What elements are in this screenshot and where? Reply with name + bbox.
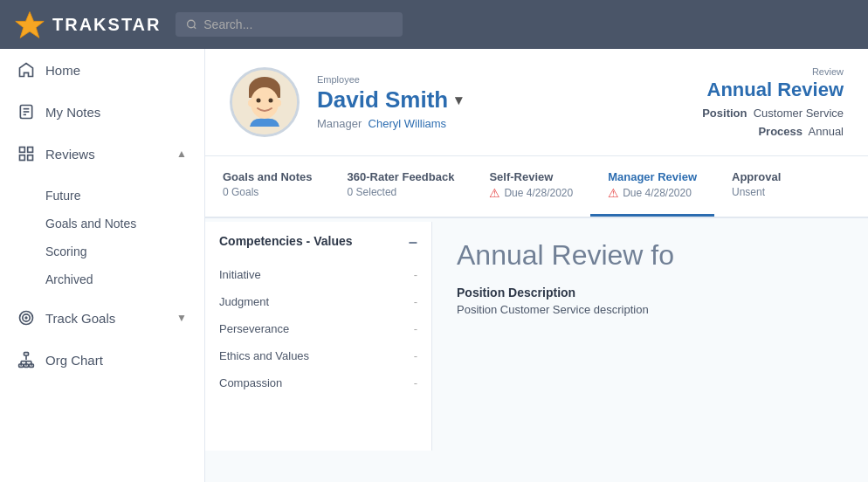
tab-self-review[interactable]: Self-Review ⚠ Due 4/28/2020 <box>472 156 590 217</box>
svg-rect-8 <box>28 148 33 153</box>
sidebar-item-goals-and-notes[interactable]: Goals and Notes <box>45 210 204 238</box>
sidebar-item-track-goals[interactable]: Track Goals ▼ <box>0 297 204 339</box>
avatar <box>230 67 300 137</box>
tab-label: Goals and Notes <box>223 170 313 183</box>
content-area: Competencies - Values − Initiative - Jud… <box>205 218 868 451</box>
chevron-down-icon: ▼ <box>176 312 187 324</box>
top-nav: TRAKSTAR <box>0 0 868 49</box>
warning-icon: ⚠ <box>489 186 500 200</box>
comp-section-header: Competencies - Values − <box>205 222 431 261</box>
employee-name: David Smith ▾ <box>317 86 651 114</box>
employee-header: Employee David Smith ▾ Manager Cheryl Wi… <box>205 49 868 156</box>
review-position: Position Customer Service <box>669 107 844 120</box>
sidebar-item-future[interactable]: Future <box>45 182 204 210</box>
review-info: Review Annual Review Position Customer S… <box>669 66 844 138</box>
app-layout: Home My Notes Reviews ▲ Future Goals and… <box>0 49 868 482</box>
sidebar-item-label: My Notes <box>45 105 100 120</box>
review-label: Review <box>669 66 844 77</box>
tab-label: 360-Rater Feedback <box>348 170 455 183</box>
track-goals-icon <box>17 309 35 327</box>
sidebar-item-label: Reviews <box>45 147 95 162</box>
tab-approval[interactable]: Approval Unsent <box>714 156 819 217</box>
tab-label: Approval <box>732 170 802 183</box>
manager-name-link[interactable]: Cheryl Williams <box>369 117 447 130</box>
reviews-icon <box>17 145 35 162</box>
review-content-title: Annual Review fo <box>457 239 844 272</box>
review-content-panel: Annual Review fo Position Description Po… <box>432 218 868 451</box>
tab-sub: ⚠ Due 4/28/2020 <box>608 186 697 200</box>
tabs-bar: Goals and Notes 0 Goals 360-Rater Feedba… <box>205 156 868 218</box>
svg-rect-7 <box>20 148 25 153</box>
sidebar-item-home[interactable]: Home <box>0 49 204 91</box>
position-desc-label: Position Description <box>457 286 844 300</box>
position-desc-value: Position Customer Service description <box>457 303 844 316</box>
chevron-up-icon: ▲ <box>176 148 187 160</box>
comp-section-title: Competencies - Values <box>219 234 353 252</box>
comp-item-initiative[interactable]: Initiative - <box>205 261 431 288</box>
sidebar-sub-reviews: Future Goals and Notes Scoring Archived <box>0 175 204 297</box>
tab-goals-notes[interactable]: Goals and Notes 0 Goals <box>205 156 330 217</box>
tab-sub: ⚠ Due 4/28/2020 <box>489 186 573 200</box>
svg-point-27 <box>257 99 261 103</box>
svg-point-30 <box>276 100 281 107</box>
warning-icon: ⚠ <box>608 186 619 200</box>
home-icon <box>17 61 35 79</box>
logo: TRAKSTAR <box>14 9 162 40</box>
search-input[interactable] <box>203 17 391 31</box>
comp-item-perseverance[interactable]: Perseverance - <box>205 315 431 342</box>
sidebar: Home My Notes Reviews ▲ Future Goals and… <box>0 49 205 482</box>
tab-sub: 0 Goals <box>223 186 313 198</box>
svg-marker-0 <box>16 12 44 38</box>
competencies-panel: Competencies - Values − Initiative - Jud… <box>205 222 432 451</box>
tab-sub: 0 Selected <box>348 186 455 198</box>
svg-point-28 <box>269 99 273 103</box>
search-icon <box>186 18 197 31</box>
sidebar-item-my-notes[interactable]: My Notes <box>0 91 204 133</box>
unsent-badge: Unsent <box>732 186 765 198</box>
svg-rect-14 <box>24 353 29 355</box>
tab-label: Manager Review <box>608 170 697 183</box>
comp-item-compassion[interactable]: Compassion - <box>205 369 431 396</box>
comp-item-ethics[interactable]: Ethics and Values - <box>205 342 431 369</box>
employee-label: Employee <box>317 74 651 85</box>
sidebar-item-label: Home <box>45 63 80 78</box>
svg-point-26 <box>251 87 279 119</box>
comp-collapse-button[interactable]: − <box>408 234 417 252</box>
svg-point-13 <box>25 317 27 319</box>
notes-icon <box>17 103 35 120</box>
svg-rect-10 <box>28 155 33 161</box>
sidebar-item-label: Org Chart <box>45 353 103 368</box>
sidebar-item-archived[interactable]: Archived <box>45 265 204 293</box>
main-content: Employee David Smith ▾ Manager Cheryl Wi… <box>205 49 868 482</box>
tab-label: Self-Review <box>489 170 573 183</box>
review-title: Annual Review <box>669 79 844 101</box>
svg-point-1 <box>187 20 195 28</box>
app-name: TRAKSTAR <box>52 15 162 35</box>
comp-item-judgment[interactable]: Judgment - <box>205 288 431 315</box>
org-chart-icon <box>17 351 35 368</box>
manager-line: Manager Cheryl Williams <box>317 117 651 130</box>
review-process: Process Annual <box>669 125 844 138</box>
search-bar[interactable] <box>176 12 403 37</box>
sidebar-item-reviews[interactable]: Reviews ▲ <box>0 133 204 175</box>
svg-point-29 <box>248 100 253 107</box>
employee-dropdown-icon[interactable]: ▾ <box>455 92 462 108</box>
logo-star-icon <box>14 9 45 40</box>
sidebar-item-scoring[interactable]: Scoring <box>45 238 204 265</box>
tab-360-rater[interactable]: 360-Rater Feedback 0 Selected <box>330 156 472 217</box>
svg-rect-9 <box>20 155 25 161</box>
sidebar-item-label: Track Goals <box>45 311 115 326</box>
svg-line-2 <box>193 26 195 28</box>
tab-sub: Unsent <box>732 186 802 198</box>
sidebar-item-org-chart[interactable]: Org Chart <box>0 339 204 381</box>
tab-manager-review[interactable]: Manager Review ⚠ Due 4/28/2020 <box>590 156 714 217</box>
avatar-image <box>232 70 297 134</box>
employee-info: Employee David Smith ▾ Manager Cheryl Wi… <box>317 74 651 130</box>
